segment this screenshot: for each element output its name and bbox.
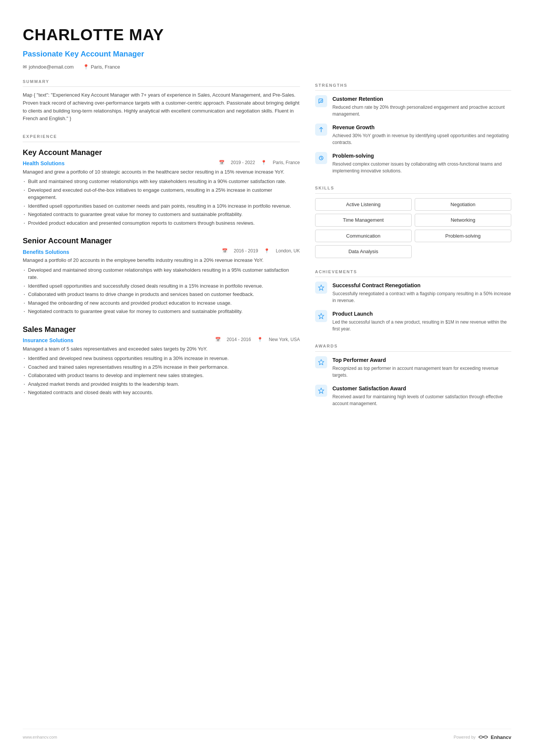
skills-title: SKILLS — [315, 185, 511, 194]
powered-by-text: Powered by — [454, 734, 476, 740]
svg-marker-1 — [319, 285, 324, 290]
job-3-calendar-icon: 📅 — [215, 336, 221, 343]
strength-2-desc: Achieved 30% YoY growth in revenue by id… — [333, 132, 511, 146]
job-2-calendar-icon: 📅 — [222, 247, 228, 254]
footer: www.enhancv.com Powered by Enhancv — [23, 729, 511, 741]
strength-2-icon — [315, 124, 327, 136]
job-1-location: Paris, France — [273, 159, 300, 166]
footer-website: www.enhancv.com — [23, 734, 57, 740]
strength-3-icon — [315, 152, 327, 164]
job-2-location-icon: 📍 — [264, 247, 270, 254]
job-1: Key Account Manager Health Solutions 📅 2… — [23, 147, 300, 227]
award-2-content: Customer Satisfaction Award Received awa… — [333, 385, 511, 407]
job-2-meta: 📅 2016 - 2019 📍 London, UK — [222, 247, 300, 254]
strength-3: Problem-solving Resolved complex custome… — [315, 152, 511, 174]
job-3-bullet-1: Identified and developed new business op… — [23, 355, 300, 362]
skills-grid: Active Listening Negotiation Time Manage… — [315, 198, 511, 258]
skill-1: Active Listening — [315, 198, 412, 211]
job-2-bullet-3: Collaborated with product teams to drive… — [23, 291, 300, 298]
summary-title: SUMMARY — [23, 78, 300, 87]
award-1-desc: Recognized as top performer in account m… — [333, 365, 511, 379]
job-1-title: Key Account Manager — [23, 147, 300, 158]
job-2-bullet-5: Negotiated contracts to guarantee great … — [23, 308, 300, 315]
experience-title: EXPERIENCE — [23, 133, 300, 142]
job-3-location: New York, USA — [269, 336, 300, 343]
svg-marker-2 — [319, 313, 324, 319]
strength-1-title: Customer Retention — [333, 95, 511, 103]
skill-7: Data Analysis — [315, 245, 412, 258]
strength-2: Revenue Growth Achieved 30% YoY growth i… — [315, 124, 511, 146]
skill-2: Negotiation — [415, 198, 511, 211]
main-content: SUMMARY Map { "text": "Experienced Key A… — [23, 78, 511, 714]
strength-1-content: Customer Retention Reduced churn rate by… — [333, 95, 511, 117]
candidate-subtitle: Passionate Key Account Manager — [23, 48, 511, 59]
strength-1-desc: Reduced churn rate by 20% through person… — [333, 104, 511, 117]
strength-2-content: Revenue Growth Achieved 30% YoY growth i… — [333, 124, 511, 146]
achievement-1-content: Successful Contract Renegotiation Succes… — [333, 282, 511, 304]
job-2-location: London, UK — [276, 247, 300, 254]
job-3: Sales Manager Insurance Solutions 📅 2014… — [23, 324, 300, 396]
achievements-title: ACHIEVEMENTS — [315, 269, 511, 277]
achievement-1-icon — [315, 282, 327, 294]
strength-3-content: Problem-solving Resolved complex custome… — [333, 152, 511, 174]
location-icon: 📍 — [83, 63, 89, 71]
job-3-bullet-3: Collaborated with product teams to devel… — [23, 372, 300, 379]
job-1-company: Health Solutions — [23, 160, 64, 167]
skill-3: Time Management — [315, 214, 412, 227]
achievement-2-desc: Led the successful launch of a new produ… — [333, 319, 511, 332]
awards-section: AWARDS Top Performer Award Recognized as… — [315, 343, 511, 407]
strength-3-desc: Resolved complex customer issues by coll… — [333, 161, 511, 174]
award-1-title: Top Performer Award — [333, 356, 511, 364]
job-1-meta: 📅 2019 - 2022 📍 Paris, France — [219, 159, 300, 166]
award-1: Top Performer Award Recognized as top pe… — [315, 356, 511, 379]
job-2-desc: Managed a portfolio of 20 accounts in th… — [23, 257, 300, 264]
job-3-bullets: Identified and developed new business op… — [23, 355, 300, 396]
achievement-1-desc: Successfully renegotiated a contract wit… — [333, 290, 511, 304]
achievement-1-title: Successful Contract Renegotiation — [333, 282, 511, 290]
job-2: Senior Account Manager Benefits Solution… — [23, 235, 300, 315]
location-value: Paris, France — [91, 63, 120, 71]
job-2-company: Benefits Solutions — [23, 248, 69, 256]
job-2-bullet-2: Identified upsell opportunities and succ… — [23, 282, 300, 290]
award-1-icon — [315, 356, 327, 368]
job-2-years: 2016 - 2019 — [234, 247, 258, 254]
job-1-calendar-icon: 📅 — [219, 159, 225, 166]
job-2-bullet-4: Managed the onboarding of new accounts a… — [23, 299, 300, 307]
award-2: Customer Satisfaction Award Received awa… — [315, 385, 511, 407]
email-icon: ✉ — [23, 63, 27, 71]
job-3-bullet-2: Coached and trained sales representative… — [23, 363, 300, 371]
svg-marker-3 — [319, 388, 324, 393]
job-3-meta: 📅 2014 - 2016 📍 New York, USA — [215, 336, 300, 343]
award-1-content: Top Performer Award Recognized as top pe… — [333, 356, 511, 379]
job-3-company-line: Insurance Solutions 📅 2014 - 2016 📍 New … — [23, 336, 300, 345]
job-1-bullet-4: Negotiated contracts to guarantee great … — [23, 211, 300, 218]
award-2-desc: Received award for maintaining high leve… — [333, 393, 511, 407]
job-3-bullet-5: Negotiated contracts and closed deals wi… — [23, 389, 300, 396]
left-column: SUMMARY Map { "text": "Experienced Key A… — [23, 78, 300, 714]
job-1-desc: Managed and grew a portfolio of 10 strat… — [23, 168, 300, 176]
email-value: johndoe@email.com — [29, 63, 74, 71]
job-1-company-line: Health Solutions 📅 2019 - 2022 📍 Paris, … — [23, 159, 300, 168]
job-2-company-line: Benefits Solutions 📅 2016 - 2019 📍 Londo… — [23, 247, 300, 257]
email-info: ✉ johndoe@email.com — [23, 63, 74, 71]
job-3-desc: Managed a team of 5 sales representative… — [23, 345, 300, 353]
strengths-section: STRENGTHS Customer Retention Reduced chu… — [315, 82, 511, 175]
job-1-bullet-2: Developed and executed out-of-the-box in… — [23, 186, 300, 201]
award-2-title: Customer Satisfaction Award — [333, 385, 511, 393]
job-2-bullets: Developed and maintained strong customer… — [23, 266, 300, 315]
header-section: CHARLOTTE MAY Passionate Key Account Man… — [23, 23, 511, 71]
brand-name: Enhancv — [491, 734, 511, 741]
job-3-location-icon: 📍 — [257, 336, 263, 343]
skills-section: SKILLS Active Listening Negotiation Time… — [315, 185, 511, 258]
job-2-title: Senior Account Manager — [23, 235, 300, 246]
achievement-2-title: Product Launch — [333, 310, 511, 318]
brand-logo-icon — [478, 734, 489, 740]
right-column: STRENGTHS Customer Retention Reduced chu… — [315, 78, 511, 714]
location-info: 📍 Paris, France — [83, 63, 120, 71]
strength-3-title: Problem-solving — [333, 152, 511, 160]
job-1-location-icon: 📍 — [261, 159, 267, 166]
strength-1-icon — [315, 95, 327, 107]
job-1-bullets: Built and maintained strong customer rel… — [23, 178, 300, 227]
summary-text: Map { "text": "Experienced Key Account M… — [23, 91, 300, 123]
achievement-2-icon — [315, 310, 327, 322]
